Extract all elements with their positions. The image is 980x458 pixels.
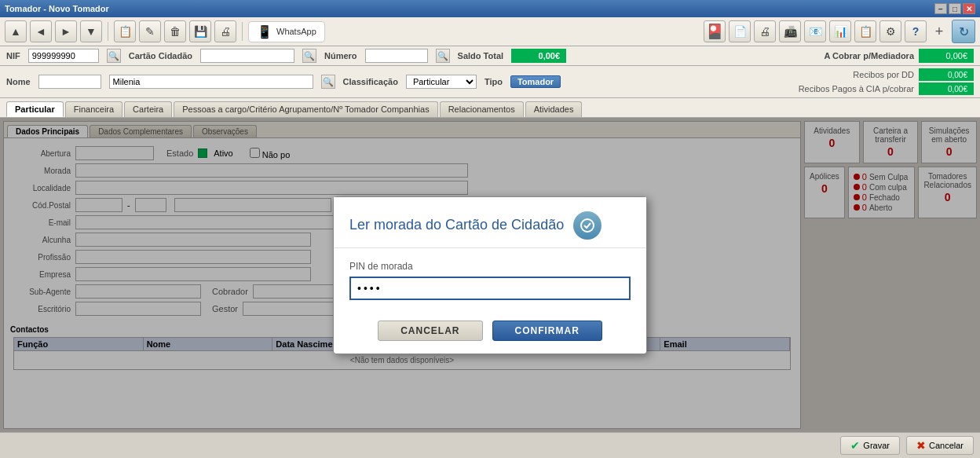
separator2 [242, 22, 243, 41]
toolbar-right: 🎴 📄 🖨 📠 📧 📊 📋 ⚙ ? + ↻ [704, 20, 975, 43]
tab-particular[interactable]: Particular [6, 101, 64, 117]
recibos-dd-label: Recibos por DD [853, 70, 914, 79]
title-bar: Tomador - Novo Tomador − □ ✕ [0, 0, 980, 17]
print2-button[interactable]: 🖨 [754, 20, 776, 42]
nif-search-button[interactable]: 🔍 [107, 49, 121, 63]
saldo-value: 0,00€ [511, 49, 566, 63]
cartao-input[interactable] [200, 49, 294, 63]
forward-button[interactable]: ► [55, 20, 77, 42]
delete-button[interactable]: 🗑 [164, 20, 186, 42]
tipo-value: Tomador [510, 75, 561, 88]
tab-pessoas[interactable]: Pessoas a cargo/Critério Agrupamento/Nº … [174, 101, 437, 117]
tipo-label: Tipo [485, 77, 503, 86]
main-tabs: Particular Financeira Carteira Pessoas a… [0, 98, 980, 118]
numero-label: Número [324, 51, 357, 60]
help-button[interactable]: ? [905, 20, 927, 42]
toolbar: ▲ ◄ ► ▼ 📋 ✎ 🗑 💾 🖨 📱 WhatsApp 🎴 📄 🖨 📠 📧 📊… [0, 17, 980, 46]
whatsapp-button[interactable]: 📱 WhatsApp [248, 21, 325, 42]
fax-button[interactable]: 📠 [779, 20, 801, 42]
close-button[interactable]: ✕ [963, 3, 975, 14]
classificacao-label: Classificação [343, 77, 398, 86]
confirm-button[interactable]: CONFIRMAR [492, 321, 602, 341]
svg-point-0 [581, 219, 594, 232]
gravar-icon: ✔ [850, 439, 860, 452]
recibos-cia-row: Recibos Pagos à CIA p/cobrar 0,00€ [799, 82, 974, 95]
recibos-cia-label: Recibos Pagos à CIA p/cobrar [799, 84, 914, 93]
whatsapp-label: WhatsApp [276, 27, 316, 36]
tab-financeira[interactable]: Financeira [65, 101, 122, 117]
name-bar: Nome 🔍 Classificação Particular Tipo Tom… [0, 66, 980, 98]
info-bar: NIF 🔍 Cartão Cidadão 🔍 Número 🔍 Saldo To… [0, 46, 980, 66]
window-title: Tomador - Novo Tomador [5, 4, 109, 13]
numero-search-button[interactable]: 🔍 [436, 49, 450, 63]
clipboard-button[interactable]: 📋 [114, 20, 136, 42]
pin-input[interactable] [349, 277, 631, 300]
pin-label: PIN de morada [349, 261, 631, 272]
toolbar-left: ▲ ◄ ► ▼ 📋 ✎ 🗑 💾 🖨 📱 WhatsApp [5, 20, 325, 42]
modal-title: Ler morada do Cartão de Cidadão [349, 217, 564, 233]
list-button[interactable]: 📋 [854, 20, 876, 42]
cartao-search-button[interactable]: 🔍 [302, 49, 316, 63]
report-button[interactable]: 📊 [829, 20, 851, 42]
nif-label: NIF [6, 51, 20, 60]
bottom-bar: ✔ Gravar ✖ Cancelar [0, 432, 980, 458]
tab-atividades[interactable]: Atividades [525, 101, 583, 117]
nif-input[interactable] [28, 49, 99, 63]
cobrar-value: 0,00€ [919, 49, 974, 63]
content-wrapper: Dados Principais Dados Complementares Ob… [0, 118, 980, 432]
card-icon-button[interactable]: 🎴 [704, 20, 726, 42]
tab-relacionamentos[interactable]: Relacionamentos [440, 101, 524, 117]
back-up-button[interactable]: ▲ [5, 20, 27, 42]
cobrar-label: A Cobrar p/Mediadora [825, 51, 915, 60]
modal-body: PIN de morada [334, 248, 646, 313]
modal-overlay: Ler morada do Cartão de Cidadão PIN de m… [0, 118, 980, 432]
cancelar-label: Cancelar [929, 441, 964, 450]
nome-label: Nome [6, 77, 31, 86]
edit-button[interactable]: ✎ [139, 20, 161, 42]
right-amounts: Recibos por DD 0,00€ Recibos Pagos à CIA… [799, 68, 974, 95]
minimize-button[interactable]: − [934, 3, 947, 14]
tab-carteira[interactable]: Carteira [124, 101, 172, 117]
maximize-button[interactable]: □ [949, 3, 961, 14]
separator [108, 22, 108, 41]
nome-search-button[interactable]: 🔍 [321, 75, 335, 89]
doc-button[interactable]: 📄 [729, 20, 751, 42]
gravar-label: Gravar [863, 441, 890, 450]
add-button[interactable]: + [930, 22, 949, 41]
gravar-button[interactable]: ✔ Gravar [840, 436, 900, 455]
numero-input[interactable] [365, 49, 428, 63]
refresh-button[interactable]: ↻ [952, 20, 975, 43]
main-window: Tomador - Novo Tomador − □ ✕ ▲ ◄ ► ▼ 📋 ✎… [0, 0, 980, 458]
cancelar-button[interactable]: ✖ Cancelar [906, 436, 974, 455]
nome-input[interactable] [109, 75, 313, 89]
settings-button[interactable]: ⚙ [879, 20, 901, 42]
cancelar-icon: ✖ [916, 439, 926, 452]
cartao-label: Cartão Cidadão [129, 51, 192, 60]
email-button[interactable]: 📧 [804, 20, 826, 42]
nome-first-input[interactable] [38, 75, 101, 89]
cobrar-section: A Cobrar p/Mediadora 0,00€ [825, 49, 975, 63]
title-bar-controls: − □ ✕ [934, 3, 975, 14]
pin-modal: Ler morada do Cartão de Cidadão PIN de m… [333, 196, 647, 354]
back-button[interactable]: ◄ [30, 20, 52, 42]
down-button[interactable]: ▼ [80, 20, 102, 42]
recibos-dd-row: Recibos por DD 0,00€ [799, 68, 974, 81]
classificacao-select[interactable]: Particular [406, 75, 477, 89]
save-button[interactable]: 💾 [189, 20, 211, 42]
modal-header: Ler morada do Cartão de Cidadão [334, 197, 646, 248]
cancel-button[interactable]: CANCELAR [378, 321, 482, 341]
modal-icon [573, 211, 602, 240]
whatsapp-icon: 📱 [257, 24, 272, 39]
recibos-dd-value: 0,00€ [919, 68, 974, 81]
saldo-label: Saldo Total [458, 51, 503, 60]
recibos-cia-value: 0,00€ [919, 82, 974, 95]
modal-footer: CANCELAR CONFIRMAR [334, 313, 646, 354]
print-button[interactable]: 🖨 [214, 20, 236, 42]
